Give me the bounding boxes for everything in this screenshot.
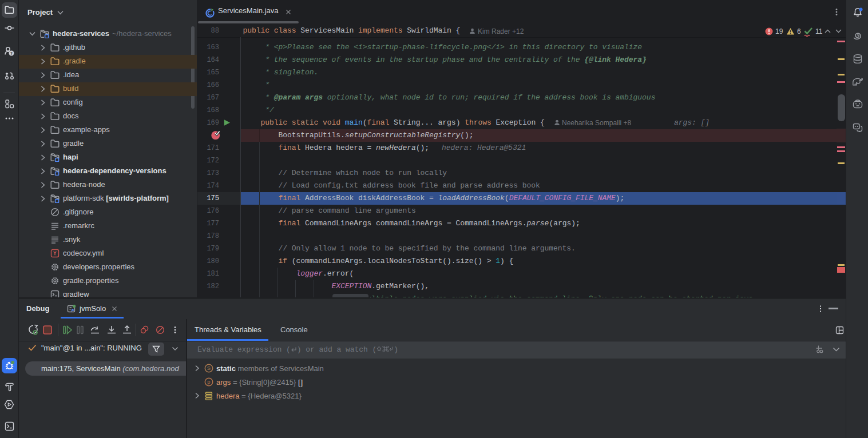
svg-text:S: S xyxy=(207,365,211,371)
svg-text:?: ? xyxy=(10,51,13,55)
svg-text:p: p xyxy=(207,379,210,385)
